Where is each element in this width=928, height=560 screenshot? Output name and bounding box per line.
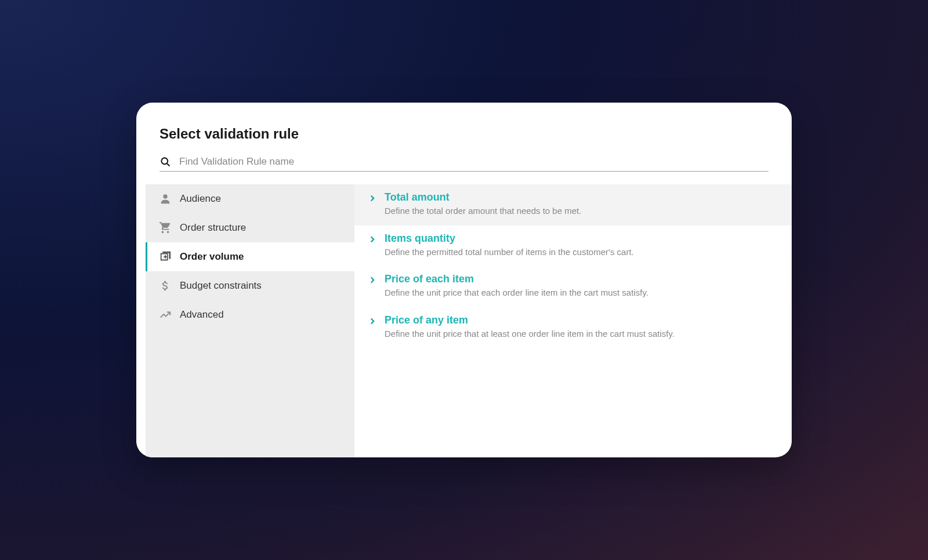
search-icon: [160, 156, 171, 168]
sidebar-item-label: Advanced: [180, 309, 224, 321]
rule-item-price-any[interactable]: Price of any item Define the unit price …: [354, 307, 792, 348]
modal-title: Select validation rule: [160, 126, 768, 142]
modal-body: Audience Order structure: [136, 184, 792, 457]
rule-description: Define the total order amount that needs…: [385, 205, 779, 218]
chevron-right-icon: [367, 234, 378, 245]
svg-point-0: [161, 158, 168, 164]
modal-header: Select validation rule: [136, 103, 792, 184]
svg-rect-3: [162, 252, 170, 253]
cart-icon: [159, 221, 172, 234]
rule-item-total-amount[interactable]: Total amount Define the total order amou…: [354, 184, 792, 226]
search-input[interactable]: [179, 156, 768, 168]
search-row: [160, 156, 768, 172]
chevron-right-icon: [367, 316, 378, 326]
rule-text: Total amount Define the total order amou…: [385, 191, 779, 218]
rule-title: Items quantity: [385, 232, 779, 245]
sidebar-item-label: Order structure: [180, 222, 246, 234]
rule-title: Price of any item: [385, 314, 779, 326]
sidebar-item-label: Order volume: [180, 251, 244, 263]
chevron-right-icon: [367, 275, 378, 285]
rule-title: Price of each item: [385, 273, 779, 285]
svg-line-1: [167, 163, 170, 166]
sidebar-item-advanced[interactable]: Advanced: [146, 300, 354, 329]
trend-icon: [159, 308, 172, 321]
rule-description: Define the unit price that at least one …: [385, 328, 779, 341]
sidebar-item-label: Budget constraints: [180, 280, 262, 292]
svg-point-2: [163, 194, 167, 198]
person-icon: [159, 192, 172, 205]
rules-list: Total amount Define the total order amou…: [354, 184, 792, 457]
rule-title: Total amount: [385, 191, 779, 203]
sidebar: Audience Order structure: [146, 184, 354, 457]
dollar-icon: [159, 279, 172, 292]
chevron-right-icon: [367, 193, 378, 203]
rule-item-items-quantity[interactable]: Items quantity Define the permitted tota…: [354, 226, 792, 267]
validation-rule-modal: Select validation rule Audience: [136, 103, 792, 457]
add-box-icon: [159, 250, 172, 263]
sidebar-item-budget-constraints[interactable]: Budget constraints: [146, 271, 354, 300]
rule-description: Define the permitted total number of ite…: [385, 246, 779, 259]
rule-description: Define the unit price that each order li…: [385, 286, 779, 300]
rule-text: Price of each item Define the unit price…: [385, 273, 779, 300]
sidebar-item-label: Audience: [180, 193, 221, 205]
sidebar-item-order-structure[interactable]: Order structure: [146, 213, 354, 242]
sidebar-item-order-volume[interactable]: Order volume: [146, 242, 354, 271]
rule-text: Items quantity Define the permitted tota…: [385, 232, 779, 259]
sidebar-item-audience[interactable]: Audience: [146, 184, 354, 213]
rule-item-price-each[interactable]: Price of each item Define the unit price…: [354, 266, 792, 307]
svg-rect-6: [165, 255, 166, 259]
svg-rect-4: [169, 252, 171, 259]
rule-text: Price of any item Define the unit price …: [385, 314, 779, 341]
